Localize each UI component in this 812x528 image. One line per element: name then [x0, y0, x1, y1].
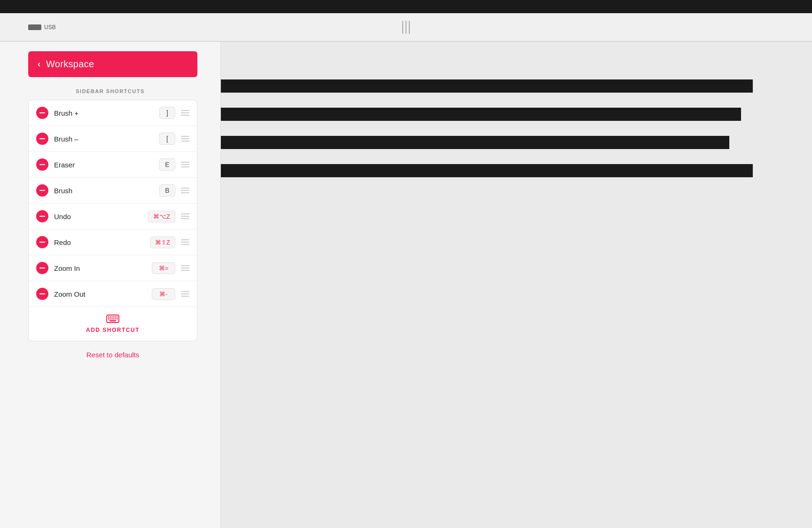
shortcut-row-redo: Redo⌘⇧Z [29, 229, 197, 255]
usb-icon-shape [28, 24, 41, 30]
shortcut-key-zoom-out: ⌘- [152, 288, 175, 300]
shortcut-name-brush-minus: Brush – [54, 135, 154, 143]
add-shortcut-button[interactable]: ADD SHORTCUT [29, 307, 197, 341]
svg-rect-1 [108, 316, 109, 318]
drag-handle-brush[interactable] [181, 188, 189, 193]
shortcut-row-brush-minus: Brush –[ [29, 126, 197, 152]
shortcut-name-redo: Redo [54, 238, 144, 246]
shortcut-row-undo: Undo⌘⌥Z [29, 204, 197, 229]
shortcut-name-zoom-out: Zoom Out [54, 290, 146, 298]
shortcut-key-brush-minus: [ [159, 133, 175, 145]
handle-line-1 [181, 112, 189, 113]
shortcut-row-brush: BrushB [29, 178, 197, 204]
remove-shortcut-brush-plus[interactable] [36, 107, 48, 119]
remove-shortcut-eraser[interactable] [36, 158, 48, 171]
handle-line-0 [181, 136, 189, 137]
handle-line-0 [181, 239, 189, 240]
shortcut-name-zoom-in: Zoom In [54, 264, 146, 272]
shortcut-key-eraser: E [159, 158, 175, 171]
main-content: ‹ Workspace SIDEBAR SHORTCUTS Brush +]Br… [0, 42, 812, 528]
divider-line-3 [409, 21, 410, 34]
handle-line-2 [181, 166, 189, 167]
shortcut-key-redo: ⌘⇧Z [150, 236, 175, 248]
svg-rect-10 [117, 318, 118, 320]
svg-rect-6 [108, 318, 109, 320]
shortcuts-section: SIDEBAR SHORTCUTS Brush +]Brush –[Eraser… [28, 88, 192, 341]
handle-line-2 [181, 244, 189, 245]
drag-handle-zoom-out[interactable] [181, 291, 189, 297]
remove-shortcut-redo[interactable] [36, 236, 48, 248]
handle-line-1 [181, 268, 189, 268]
black-overlay-2 [221, 108, 741, 121]
workspace-header-button[interactable]: ‹ Workspace [28, 51, 197, 77]
keyboard-icon [106, 315, 119, 323]
handle-line-2 [181, 270, 189, 271]
remove-shortcut-brush[interactable] [36, 184, 48, 197]
handle-line-2 [181, 218, 189, 219]
back-arrow-icon: ‹ [38, 59, 40, 69]
handle-line-1 [181, 190, 189, 191]
handle-line-1 [181, 138, 189, 139]
shortcut-name-eraser: Eraser [54, 161, 154, 169]
drag-handle-zoom-in[interactable] [181, 265, 189, 271]
svg-rect-5 [117, 316, 118, 318]
reset-defaults-button[interactable]: Reset to defaults [28, 351, 197, 359]
left-panel: ‹ Workspace SIDEBAR SHORTCUTS Brush +]Br… [0, 42, 221, 528]
handle-line-0 [181, 110, 189, 111]
handle-line-1 [181, 242, 189, 243]
handle-line-2 [181, 141, 189, 142]
usb-label: USB [44, 24, 56, 31]
handle-line-2 [181, 115, 189, 116]
shortcut-name-undo: Undo [54, 213, 142, 221]
remove-shortcut-zoom-in[interactable] [36, 262, 48, 274]
svg-rect-9 [115, 318, 116, 320]
shortcut-key-brush-plus: ] [159, 107, 175, 119]
svg-rect-2 [110, 316, 112, 318]
shortcut-rows-container: Brush +]Brush –[EraserEBrushBUndo⌘⌥ZRedo… [29, 100, 197, 307]
usb-indicator: USB [28, 24, 56, 31]
shortcut-key-brush: B [159, 184, 175, 197]
drag-handle-brush-plus[interactable] [181, 110, 189, 116]
section-label: SIDEBAR SHORTCUTS [28, 88, 192, 94]
top-bar [0, 0, 812, 13]
shortcut-name-brush-plus: Brush + [54, 109, 154, 117]
divider-line-1 [402, 21, 403, 34]
black-overlay-3 [221, 136, 729, 149]
drag-handle-brush-minus[interactable] [181, 136, 189, 142]
svg-rect-11 [109, 320, 116, 322]
black-overlay-4 [221, 164, 753, 177]
handle-line-0 [181, 291, 189, 292]
handle-line-1 [181, 216, 189, 217]
shortcut-row-zoom-in: Zoom In⌘= [29, 255, 197, 281]
shortcuts-card: Brush +]Brush –[EraserEBrushBUndo⌘⌥ZRedo… [28, 100, 197, 341]
shortcut-key-undo: ⌘⌥Z [148, 211, 175, 222]
svg-rect-8 [112, 318, 114, 320]
remove-shortcut-zoom-out[interactable] [36, 288, 48, 300]
handle-line-0 [181, 213, 189, 214]
divider-line-2 [406, 21, 406, 34]
drag-handle-undo[interactable] [181, 213, 189, 219]
shortcut-row-brush-plus: Brush +] [29, 100, 197, 126]
workspace-title: Workspace [46, 59, 94, 70]
shortcut-name-brush: Brush [54, 187, 154, 195]
usb-bar: USB [0, 13, 812, 41]
handle-line-1 [181, 293, 189, 294]
handle-line-0 [181, 162, 189, 163]
remove-shortcut-brush-minus[interactable] [36, 133, 48, 145]
shortcut-row-eraser: EraserE [29, 152, 197, 178]
svg-rect-3 [112, 316, 114, 318]
black-overlay-1 [221, 79, 753, 93]
drag-handle-eraser[interactable] [181, 162, 189, 167]
svg-rect-4 [115, 316, 116, 318]
handle-line-0 [181, 188, 189, 189]
shortcut-row-zoom-out: Zoom Out⌘- [29, 281, 197, 307]
handle-line-0 [181, 265, 189, 266]
drag-handle-redo[interactable] [181, 239, 189, 245]
handle-line-1 [181, 164, 189, 165]
handle-line-2 [181, 296, 189, 297]
remove-shortcut-undo[interactable] [36, 210, 48, 222]
svg-rect-7 [110, 318, 112, 320]
handle-line-2 [181, 192, 189, 193]
right-panel [221, 42, 812, 528]
shortcut-key-zoom-in: ⌘= [152, 262, 175, 274]
